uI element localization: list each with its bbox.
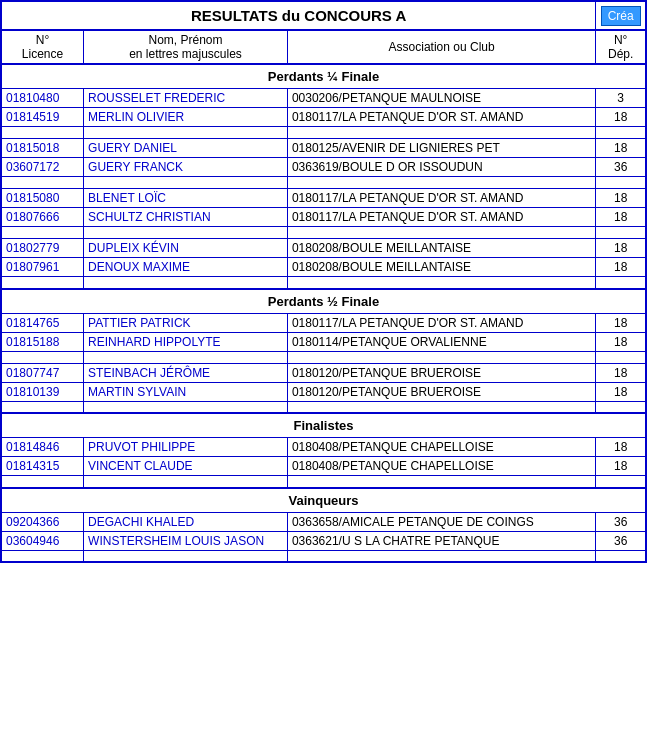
cell-name: MARTIN SYLVAIN bbox=[84, 382, 288, 401]
cell-license: 01807961 bbox=[1, 258, 84, 277]
cell-club: 0180114/PETANQUE ORVALIENNE bbox=[287, 332, 595, 351]
table-row: 01807747STEINBACH JÉRÔME0180120/PETANQUE… bbox=[1, 363, 646, 382]
cell-dep: 18 bbox=[596, 189, 646, 208]
cell-license: 01815188 bbox=[1, 332, 84, 351]
cell-license: 01807666 bbox=[1, 208, 84, 227]
table-row: 01810139MARTIN SYLVAIN0180120/PETANQUE B… bbox=[1, 382, 646, 401]
cell-club: 0030206/PETANQUE MAULNOISE bbox=[287, 89, 595, 108]
cell-dep: 18 bbox=[596, 239, 646, 258]
create-button-cell[interactable]: Créa bbox=[596, 1, 646, 30]
cell-license: 01815018 bbox=[1, 139, 84, 158]
cell-dep: 18 bbox=[596, 457, 646, 476]
final-spacer-row bbox=[1, 550, 646, 562]
cell-name: GUERY DANIEL bbox=[84, 139, 288, 158]
cell-club: 0180117/LA PETANQUE D'OR ST. AMAND bbox=[287, 313, 595, 332]
cell-name: SCHULTZ CHRISTIAN bbox=[84, 208, 288, 227]
cell-name: ROUSSELET FREDERIC bbox=[84, 89, 288, 108]
cell-license: 03607172 bbox=[1, 158, 84, 177]
table-row: 01810480ROUSSELET FREDERIC0030206/PETANQ… bbox=[1, 89, 646, 108]
cell-license: 03604946 bbox=[1, 531, 84, 550]
cell-name: WINSTERSHEIM LOUIS JASON bbox=[84, 531, 288, 550]
cell-license: 01810480 bbox=[1, 89, 84, 108]
cell-dep: 18 bbox=[596, 382, 646, 401]
cell-club: 0180120/PETANQUE BRUEROISE bbox=[287, 382, 595, 401]
cell-name: PATTIER PATRICK bbox=[84, 313, 288, 332]
section-spacer-row bbox=[1, 476, 646, 488]
cell-dep: 36 bbox=[596, 531, 646, 550]
create-button[interactable]: Créa bbox=[601, 6, 641, 26]
cell-club: 0180408/PETANQUE CHAPELLOISE bbox=[287, 438, 595, 457]
cell-name: DUPLEIX KÉVIN bbox=[84, 239, 288, 258]
cell-name: DENOUX MAXIME bbox=[84, 258, 288, 277]
title-row: RESULTATS du CONCOURS A Créa bbox=[1, 1, 646, 30]
cell-license: 01807747 bbox=[1, 363, 84, 382]
cell-club: 0180125/AVENIR DE LIGNIERES PET bbox=[287, 139, 595, 158]
table-row: 01814315VINCENT CLAUDE0180408/PETANQUE C… bbox=[1, 457, 646, 476]
table-row: 03607172GUERY FRANCK0363619/BOULE D OR I… bbox=[1, 158, 646, 177]
cell-name: DEGACHI KHALED bbox=[84, 512, 288, 531]
header-row: N° Licence Nom, Prénom en lettres majusc… bbox=[1, 30, 646, 64]
cell-dep: 18 bbox=[596, 139, 646, 158]
table-row: 01815188REINHARD HIPPOLYTE0180114/PETANQ… bbox=[1, 332, 646, 351]
cell-license: 01814315 bbox=[1, 457, 84, 476]
section-header-3: Vainqueurs bbox=[1, 488, 646, 513]
cell-license: 01814765 bbox=[1, 313, 84, 332]
section-header-2: Finalistes bbox=[1, 413, 646, 438]
cell-club: 0180408/PETANQUE CHAPELLOISE bbox=[287, 457, 595, 476]
cell-dep: 3 bbox=[596, 89, 646, 108]
header-club: Association ou Club bbox=[287, 30, 595, 64]
header-dep: N° Dép. bbox=[596, 30, 646, 64]
table-row: 01815080BLENET LOÏC0180117/LA PETANQUE D… bbox=[1, 189, 646, 208]
cell-dep: 18 bbox=[596, 438, 646, 457]
cell-name: PRUVOT PHILIPPE bbox=[84, 438, 288, 457]
cell-license: 09204366 bbox=[1, 512, 84, 531]
cell-club: 0363658/AMICALE PETANQUE DE COINGS bbox=[287, 512, 595, 531]
header-license: N° Licence bbox=[1, 30, 84, 64]
cell-name: STEINBACH JÉRÔME bbox=[84, 363, 288, 382]
spacer-row bbox=[1, 177, 646, 189]
cell-license: 01814519 bbox=[1, 108, 84, 127]
table-row: 01807961DENOUX MAXIME0180208/BOULE MEILL… bbox=[1, 258, 646, 277]
cell-name: GUERY FRANCK bbox=[84, 158, 288, 177]
cell-club: 0180120/PETANQUE BRUEROISE bbox=[287, 363, 595, 382]
spacer-row bbox=[1, 351, 646, 363]
cell-name: BLENET LOÏC bbox=[84, 189, 288, 208]
section-spacer-row bbox=[1, 277, 646, 289]
cell-dep: 18 bbox=[596, 108, 646, 127]
results-table: RESULTATS du CONCOURS A Créa N° Licence … bbox=[0, 0, 647, 563]
cell-dep: 36 bbox=[596, 512, 646, 531]
spacer-row bbox=[1, 227, 646, 239]
table-row: 09204366DEGACHI KHALED0363658/AMICALE PE… bbox=[1, 512, 646, 531]
cell-dep: 18 bbox=[596, 313, 646, 332]
cell-dep: 36 bbox=[596, 158, 646, 177]
main-title: RESULTATS du CONCOURS A bbox=[1, 1, 596, 30]
cell-club: 0180117/LA PETANQUE D'OR ST. AMAND bbox=[287, 208, 595, 227]
cell-club: 0180117/LA PETANQUE D'OR ST. AMAND bbox=[287, 108, 595, 127]
cell-license: 01802779 bbox=[1, 239, 84, 258]
cell-dep: 18 bbox=[596, 332, 646, 351]
cell-club: 0363619/BOULE D OR ISSOUDUN bbox=[287, 158, 595, 177]
table-row: 01815018GUERY DANIEL0180125/AVENIR DE LI… bbox=[1, 139, 646, 158]
section-spacer-row bbox=[1, 401, 646, 413]
cell-club: 0180208/BOULE MEILLANTAISE bbox=[287, 258, 595, 277]
cell-license: 01815080 bbox=[1, 189, 84, 208]
cell-license: 01810139 bbox=[1, 382, 84, 401]
spacer-row bbox=[1, 127, 646, 139]
header-name: Nom, Prénom en lettres majuscules bbox=[84, 30, 288, 64]
table-row: 03604946WINSTERSHEIM LOUIS JASON0363621/… bbox=[1, 531, 646, 550]
cell-dep: 18 bbox=[596, 208, 646, 227]
table-row: 01814846PRUVOT PHILIPPE0180408/PETANQUE … bbox=[1, 438, 646, 457]
section-header-1: Perdants ½ Finale bbox=[1, 289, 646, 314]
table-row: 01802779DUPLEIX KÉVIN0180208/BOULE MEILL… bbox=[1, 239, 646, 258]
table-row: 01814765PATTIER PATRICK0180117/LA PETANQ… bbox=[1, 313, 646, 332]
cell-name: REINHARD HIPPOLYTE bbox=[84, 332, 288, 351]
table-row: 01814519MERLIN OLIVIER0180117/LA PETANQU… bbox=[1, 108, 646, 127]
cell-club: 0180117/LA PETANQUE D'OR ST. AMAND bbox=[287, 189, 595, 208]
cell-club: 0180208/BOULE MEILLANTAISE bbox=[287, 239, 595, 258]
section-header-0: Perdants ¼ Finale bbox=[1, 64, 646, 89]
cell-license: 01814846 bbox=[1, 438, 84, 457]
cell-dep: 18 bbox=[596, 363, 646, 382]
table-row: 01807666SCHULTZ CHRISTIAN0180117/LA PETA… bbox=[1, 208, 646, 227]
cell-dep: 18 bbox=[596, 258, 646, 277]
cell-name: MERLIN OLIVIER bbox=[84, 108, 288, 127]
